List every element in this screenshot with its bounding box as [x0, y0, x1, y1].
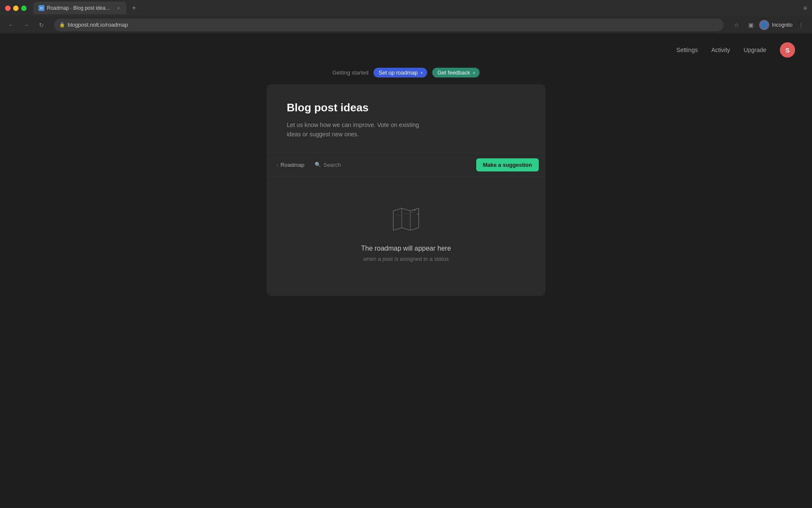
active-tab[interactable]: R Roadmap · Blog post ideas Fee... ×: [33, 2, 126, 14]
set-up-roadmap-tag[interactable]: Set up roadmap ×: [373, 68, 427, 77]
sidebar-button[interactable]: ▣: [745, 19, 757, 31]
make-suggestion-button[interactable]: Make a suggestion: [476, 158, 539, 171]
tab-title: Roadmap · Blog post ideas Fee...: [47, 5, 113, 11]
top-navigation: Settings Activity Upgrade S: [659, 34, 812, 66]
svg-point-3: [417, 213, 419, 215]
search-label: Search: [324, 162, 341, 168]
browser-toolbar: ← → ↻ 🔒 blogpost.nolt.io/roadmap ☆ ▣ 👤 I…: [0, 16, 812, 34]
lock-icon: 🔒: [59, 22, 65, 28]
browser-chrome: R Roadmap · Blog post ideas Fee... × + ≡…: [0, 0, 812, 34]
url-text: blogpost.nolt.io/roadmap: [68, 22, 719, 28]
main-content: Getting started Set up roadmap × Get fee…: [0, 34, 812, 296]
card-description: Let us know how we can improve. Vote on …: [287, 120, 431, 139]
main-card: Blog post ideas Let us know how we can i…: [266, 84, 546, 296]
upgrade-link[interactable]: Upgrade: [743, 47, 766, 53]
close-button[interactable]: [5, 6, 11, 11]
card-body: The roadmap will appear here when a post…: [266, 177, 546, 296]
set-up-roadmap-close[interactable]: ×: [420, 70, 423, 75]
chevron-right-icon: ›: [277, 163, 278, 167]
search-button[interactable]: 🔍 Search: [311, 160, 473, 170]
address-bar[interactable]: 🔒 blogpost.nolt.io/roadmap: [54, 19, 724, 31]
search-icon: 🔍: [315, 162, 321, 168]
roadmap-button[interactable]: › Roadmap: [273, 160, 308, 170]
svg-point-4: [412, 212, 413, 213]
traffic-lights: [5, 6, 27, 11]
svg-point-2: [414, 209, 415, 211]
set-up-roadmap-label: Set up roadmap: [379, 69, 418, 76]
roadmap-label: Roadmap: [280, 162, 304, 168]
page-content: Settings Activity Upgrade S Getting star…: [0, 34, 812, 508]
empty-state-title: The roadmap will appear here: [361, 245, 451, 252]
toolbar-actions: ☆ ▣ 👤 Incognito ⋮: [730, 19, 807, 31]
new-tab-button[interactable]: +: [128, 2, 140, 14]
profile-icon: 👤: [759, 20, 769, 30]
get-feedback-label: Get feedback: [437, 69, 470, 76]
getting-started-label: Getting started: [332, 69, 368, 76]
forward-button[interactable]: →: [20, 19, 32, 31]
card-title: Blog post ideas: [287, 101, 525, 114]
get-feedback-close[interactable]: ×: [473, 70, 475, 75]
tab-menu-button[interactable]: ≡: [804, 5, 807, 11]
more-button[interactable]: ⋮: [795, 19, 807, 31]
minimize-button[interactable]: [13, 6, 19, 11]
tab-close-button[interactable]: ×: [115, 5, 121, 11]
tab-bar: R Roadmap · Blog post ideas Fee... × +: [33, 2, 800, 14]
profile-badge[interactable]: 👤 Incognito: [759, 20, 793, 30]
settings-link[interactable]: Settings: [676, 47, 698, 53]
user-avatar[interactable]: S: [780, 42, 795, 58]
profile-label: Incognito: [772, 22, 793, 28]
get-feedback-tag[interactable]: Get feedback ×: [432, 68, 480, 77]
card-header: Blog post ideas Let us know how we can i…: [266, 84, 546, 153]
bookmark-button[interactable]: ☆: [730, 19, 742, 31]
empty-state-icon: [389, 202, 423, 236]
tab-favicon: R: [38, 5, 44, 11]
maximize-button[interactable]: [21, 6, 27, 11]
empty-state-subtitle: when a post is assigned to a status: [363, 256, 449, 262]
card-toolbar: › Roadmap 🔍 Search Make a suggestion: [266, 153, 546, 177]
browser-titlebar: R Roadmap · Blog post ideas Fee... × + ≡: [0, 0, 812, 16]
activity-link[interactable]: Activity: [711, 47, 730, 53]
back-button[interactable]: ←: [5, 19, 17, 31]
getting-started-bar: Getting started Set up roadmap × Get fee…: [332, 68, 480, 77]
reload-button[interactable]: ↻: [36, 19, 47, 31]
